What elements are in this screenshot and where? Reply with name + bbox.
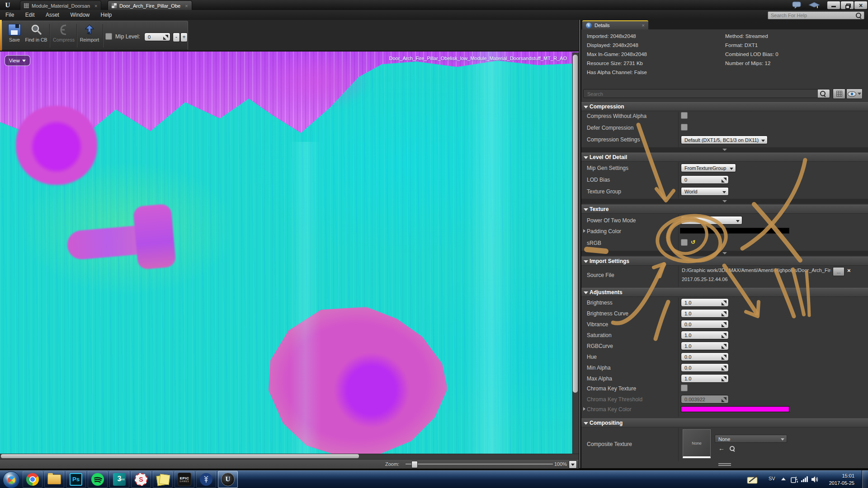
composite-texture-thumbnail[interactable]: None [683, 429, 711, 458]
section-advanced-toggle[interactable] [581, 147, 868, 152]
menu-window[interactable]: Window [66, 10, 94, 20]
spin-drag-icon[interactable] [722, 178, 726, 183]
rgbcurve-input[interactable]: 1.0 [681, 342, 729, 350]
power-plug-icon[interactable] [790, 475, 798, 483]
tray-expand-icon[interactable] [781, 478, 786, 480]
spin-drag-icon[interactable] [722, 333, 726, 338]
close-tab-icon[interactable] [94, 3, 97, 9]
section-texture[interactable]: Texture [581, 205, 868, 214]
close-tab-icon[interactable] [642, 23, 645, 28]
vertical-scrollbar-thumb[interactable] [573, 55, 578, 393]
spin-drag-icon[interactable] [722, 322, 726, 327]
view-options-button[interactable] [846, 89, 863, 99]
zoom-dropdown-button[interactable] [569, 460, 577, 469]
chroma-key-texture-checkbox[interactable] [681, 385, 688, 391]
help-search-input[interactable] [770, 12, 853, 19]
tray-clock[interactable]: 15:01 2017-05-25 [814, 472, 854, 487]
photoshop-taskbar-button[interactable] [66, 471, 86, 488]
max-alpha-input[interactable]: 1.0 [681, 374, 729, 383]
property-matrix-button[interactable] [833, 89, 845, 99]
chrome-taskbar-button[interactable] [23, 471, 42, 488]
section-advanced-toggle[interactable] [581, 199, 868, 204]
mip-minus-button[interactable]: - [173, 33, 180, 42]
section-level-of-detail[interactable]: Level Of Detail [581, 153, 868, 162]
menu-asset[interactable]: Asset [41, 10, 64, 20]
red-s-app-taskbar-button[interactable] [131, 471, 151, 488]
expand-row-icon[interactable] [583, 229, 585, 233]
section-import-settings[interactable]: Import Settings [581, 257, 868, 266]
section-adjustments[interactable]: Adjustments [581, 288, 868, 297]
mip-gen-settings-dropdown[interactable]: FromTextureGroup [681, 164, 736, 172]
zoom-slider-track[interactable] [406, 464, 553, 465]
section-advanced-toggle[interactable] [581, 251, 868, 256]
details-search-box[interactable] [583, 89, 830, 98]
section-compression[interactable]: Compression [581, 102, 868, 111]
brightness-curve-input[interactable]: 1.0 [681, 309, 729, 318]
asset-tab-texture[interactable]: Door_Arch_Fire_Pillar_Obe [108, 0, 192, 10]
power-of-two-mode-dropdown[interactable] [681, 216, 742, 225]
tree-app-taskbar-button[interactable] [196, 471, 216, 488]
explorer-taskbar-button[interactable] [44, 471, 64, 488]
spotify-taskbar-button[interactable] [88, 471, 108, 488]
brightness-input[interactable]: 1.0 [681, 298, 729, 307]
hue-input[interactable]: 0.0 [681, 352, 729, 361]
browse-to-asset-icon[interactable] [730, 446, 735, 451]
saturation-input[interactable]: 1.0 [681, 331, 729, 339]
close-button[interactable] [854, 1, 868, 9]
use-selected-asset-icon[interactable] [718, 445, 725, 452]
mip-level-checkbox[interactable] [105, 33, 112, 40]
asset-tab-module-material[interactable]: Module_Material_Doorsan [20, 0, 101, 10]
details-tab[interactable]: i Details [582, 20, 648, 29]
spin-drag-icon[interactable] [722, 344, 726, 349]
compress-without-alpha-checkbox[interactable] [681, 112, 688, 119]
min-alpha-input[interactable]: 0.0 [681, 363, 729, 372]
show-desktop-button[interactable] [862, 470, 868, 488]
mip-plus-button[interactable]: + [180, 33, 188, 42]
restore-button[interactable] [840, 1, 854, 9]
menu-file[interactable]: File [1, 10, 19, 20]
spin-drag-icon[interactable] [722, 300, 726, 305]
3dsmax-taskbar-button[interactable] [109, 471, 129, 488]
texture-group-dropdown[interactable]: World [681, 187, 729, 196]
lod-bias-input[interactable]: 0 [681, 175, 729, 184]
vibrance-input[interactable]: 0.0 [681, 320, 729, 328]
reset-to-default-icon[interactable] [691, 239, 695, 245]
help-search-box[interactable] [768, 11, 864, 19]
spin-drag-icon[interactable] [722, 355, 726, 360]
texture-image[interactable]: View Door_Arch_Fire_Pillar_Obelisk_low_M… [0, 52, 579, 454]
details-search-input[interactable] [586, 90, 814, 98]
horizontal-scrollbar-thumb[interactable] [1, 454, 359, 458]
clear-source-file-icon[interactable] [847, 267, 851, 274]
browse-source-file-button[interactable]: ... [833, 267, 844, 276]
journal-tray-icon[interactable] [747, 474, 760, 484]
epic-games-taskbar-button[interactable] [175, 471, 194, 488]
view-menu-button[interactable]: View [5, 55, 30, 66]
section-compositing[interactable]: Compositing [581, 418, 868, 427]
menu-help[interactable]: Help [96, 10, 117, 20]
save-button[interactable]: Save [5, 24, 24, 47]
srgb-checkbox[interactable] [681, 239, 688, 246]
spin-drag-icon[interactable] [722, 311, 726, 316]
compression-settings-dropdown[interactable]: Default (DXT1/5, BC1/3 on DX11) [681, 136, 768, 144]
spin-drag-icon[interactable] [722, 376, 726, 381]
close-tab-icon[interactable] [185, 3, 188, 9]
find-in-content-browser-button[interactable]: Find in CB [24, 24, 48, 47]
menu-edit[interactable]: Edit [21, 10, 39, 20]
feedback-bubble-icon[interactable] [792, 1, 802, 9]
reimport-button[interactable]: Reimport [77, 24, 102, 47]
spin-drag-icon[interactable] [163, 35, 168, 40]
texture-viewport[interactable]: View Door_Arch_Fire_Pillar_Obelisk_low_M… [0, 51, 579, 454]
panel-splitter[interactable] [579, 20, 580, 468]
panel-resize-grip[interactable] [718, 463, 731, 464]
minimize-button[interactable] [827, 1, 840, 9]
zoom-slider-handle[interactable] [411, 461, 418, 468]
unreal-taskbar-button[interactable] [218, 471, 238, 488]
composite-texture-dropdown[interactable]: None [715, 435, 787, 443]
padding-color-swatch[interactable] [680, 228, 789, 234]
language-indicator[interactable]: SV [769, 476, 775, 481]
start-button[interactable] [3, 471, 20, 488]
network-signal-icon[interactable] [801, 476, 808, 482]
tutorial-cap-icon[interactable] [808, 1, 820, 9]
mip-level-input[interactable]: 0 [144, 33, 170, 41]
expand-row-icon[interactable] [583, 407, 585, 411]
